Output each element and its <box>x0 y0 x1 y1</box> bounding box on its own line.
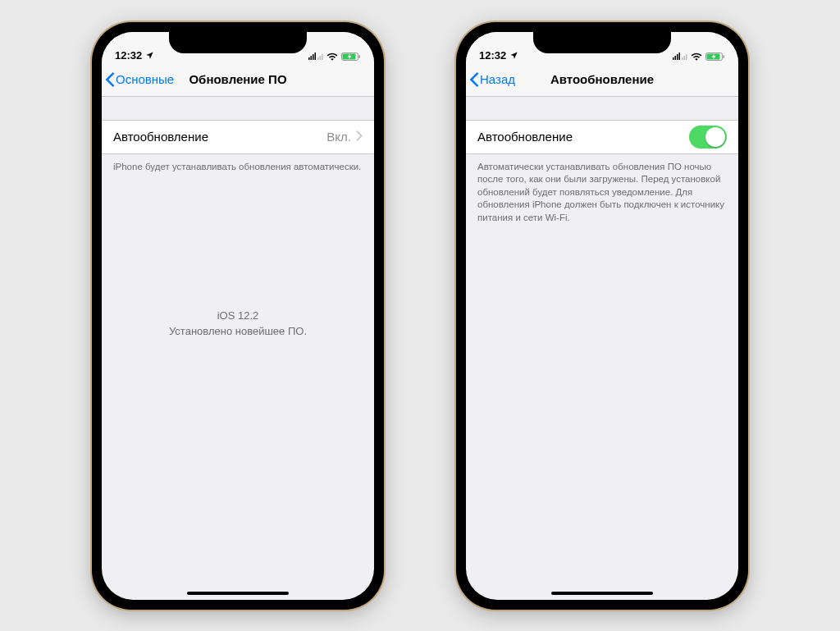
status-time: 12:32 <box>479 49 506 62</box>
status-time: 12:32 <box>115 49 142 62</box>
chevron-right-icon <box>356 130 363 144</box>
phone-mockup-right: 12:32 <box>456 22 748 610</box>
svg-rect-12 <box>677 54 678 60</box>
battery-charging-icon <box>341 52 361 62</box>
nav-bar: Назад Автообновление <box>466 63 738 97</box>
battery-charging-icon <box>705 52 725 62</box>
screen: 12:32 <box>102 32 374 600</box>
svg-rect-4 <box>317 57 319 60</box>
dual-signal-icon <box>673 52 687 61</box>
location-icon <box>509 51 518 60</box>
content: Автообновление Автоматически устанавлива… <box>466 97 738 600</box>
nav-bar: Основные Обновление ПО <box>102 63 374 97</box>
dual-signal-icon <box>308 52 323 61</box>
nav-back-label: Назад <box>480 72 515 86</box>
cell-footer-text: Автоматически устанавливать обновления П… <box>466 154 738 225</box>
svg-rect-5 <box>320 56 322 60</box>
cell-footer-text: iPhone будет устанавливать обновления ав… <box>102 154 374 174</box>
svg-rect-2 <box>313 54 314 60</box>
home-indicator[interactable] <box>551 592 653 595</box>
home-indicator[interactable] <box>187 592 289 595</box>
nav-back-label: Основные <box>116 72 174 86</box>
svg-rect-1 <box>311 56 313 60</box>
notch <box>533 32 671 53</box>
cell-value: Вкл. <box>326 130 351 144</box>
wifi-icon <box>691 52 702 61</box>
auto-update-cell[interactable]: Автообновление Вкл. <box>102 120 374 154</box>
chevron-left-icon <box>105 72 115 87</box>
nav-back-button[interactable]: Основные <box>105 72 174 87</box>
svg-rect-16 <box>686 54 687 60</box>
svg-rect-9 <box>359 55 361 58</box>
svg-rect-13 <box>679 53 681 60</box>
svg-rect-3 <box>315 53 317 60</box>
svg-rect-11 <box>675 56 677 60</box>
svg-rect-19 <box>724 55 725 58</box>
cell-label: Автообновление <box>113 130 326 144</box>
phone-mockup-left: 12:32 <box>92 22 384 610</box>
screen: 12:32 <box>466 32 738 600</box>
auto-update-toggle-cell: Автообновление <box>466 120 738 154</box>
svg-rect-6 <box>322 54 323 60</box>
svg-rect-15 <box>684 56 686 60</box>
svg-rect-10 <box>673 57 674 60</box>
update-status-text: Установлено новейшее ПО. <box>102 323 374 340</box>
chevron-left-icon <box>469 72 479 87</box>
cell-label: Автообновление <box>477 130 689 144</box>
location-icon <box>145 51 154 60</box>
update-status-block: iOS 12.2 Установлено новейшее ПО. <box>102 308 374 340</box>
notch <box>169 32 307 53</box>
nav-back-button[interactable]: Назад <box>469 72 515 87</box>
svg-rect-14 <box>682 57 683 60</box>
ios-version-text: iOS 12.2 <box>102 308 374 324</box>
svg-rect-0 <box>308 57 310 60</box>
auto-update-toggle[interactable] <box>689 126 727 149</box>
content: Автообновление Вкл. iPhone будет устанав… <box>102 97 374 600</box>
wifi-icon <box>326 52 338 61</box>
